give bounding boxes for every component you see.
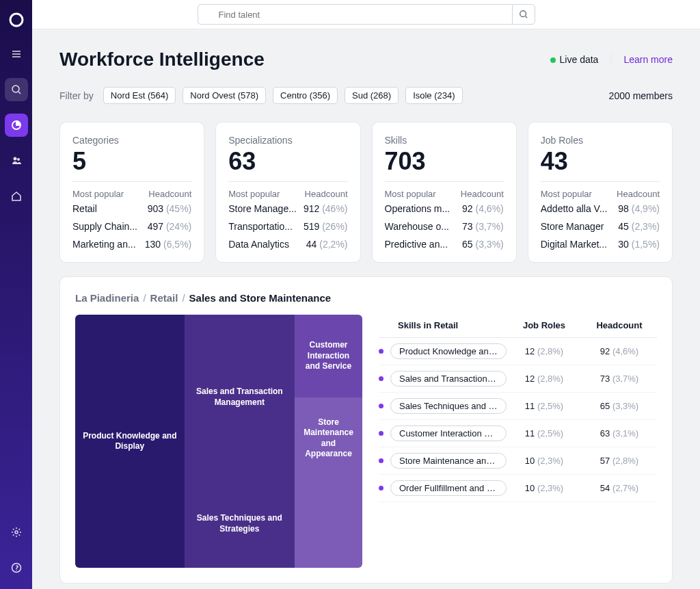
- card-item: Store Manager45 (2,3%): [541, 221, 660, 232]
- treemap-cell[interactable]: Sales Techniques and Strategies: [185, 480, 295, 568]
- card-job-roles: Job Roles 43 Most popularHeadcount Addet…: [528, 122, 673, 263]
- members-count: 2000 members: [609, 90, 673, 101]
- nav-analytics-icon[interactable]: [5, 114, 28, 137]
- svg-line-5: [18, 92, 21, 94]
- bullet-icon: [379, 458, 383, 463]
- nav-settings-icon[interactable]: [5, 521, 28, 544]
- col-header: Most popular: [72, 189, 124, 199]
- skill-chip[interactable]: Customer Interaction and...: [390, 426, 507, 441]
- col-header: Most popular: [228, 189, 280, 199]
- cell-headcount: 65 (3,3%): [582, 401, 657, 411]
- col-header: Job Roles: [507, 320, 582, 330]
- skill-chip[interactable]: Store Maintenance and A...: [390, 453, 507, 469]
- search-button[interactable]: [512, 4, 535, 25]
- cell-roles: 10 (2,3%): [507, 483, 582, 493]
- col-header: Headcount: [148, 189, 191, 199]
- skill-chip[interactable]: Sales and Transaction M...: [390, 371, 507, 387]
- card-title: Categories: [72, 135, 191, 146]
- card-count: 63: [228, 147, 347, 176]
- card-item: Retail903 (45%): [72, 203, 191, 214]
- card-item: Marketing an...130 (6,5%): [72, 239, 191, 250]
- search-input[interactable]: [198, 4, 512, 25]
- card-count: 703: [385, 147, 504, 176]
- skill-chip[interactable]: Order Fullfillment and Ret...: [390, 480, 507, 496]
- bullet-icon: [379, 486, 383, 490]
- filter-label: Filter by: [59, 90, 94, 101]
- card-item: Supply Chain...497 (24%): [72, 221, 191, 232]
- learn-more-link[interactable]: Learn more: [623, 54, 673, 65]
- table-row: Sales Techniques and Str... 11 (2,5%) 65…: [379, 393, 657, 420]
- nav-people-icon[interactable]: [5, 149, 28, 172]
- bullet-icon: [379, 431, 383, 436]
- table-row: Order Fullfillment and Ret... 10 (2,3%) …: [379, 475, 657, 502]
- cell-headcount: 54 (2,7%): [582, 483, 657, 493]
- card-item: Predictive an...65 (3,3%): [385, 239, 504, 250]
- card-skills: Skills 703 Most popularHeadcount Operati…: [372, 122, 517, 263]
- svg-point-4: [12, 86, 19, 92]
- treemap-cell[interactable]: Customer Interaction and Service: [295, 315, 362, 397]
- card-item: Addetto alla V...98 (4,9%): [541, 203, 660, 214]
- treemap-cell[interactable]: Store Maintenance and Appearance: [295, 397, 362, 480]
- cell-headcount: 73 (3,7%): [582, 374, 657, 384]
- nav-search-icon[interactable]: [5, 78, 28, 101]
- live-dot-icon: [550, 57, 556, 63]
- filter-chip[interactable]: Isole (234): [405, 87, 462, 104]
- breadcrumb: La Piadineria/Retail/Sales and Store Mai…: [75, 292, 657, 304]
- live-data-indicator: Live data: [550, 54, 599, 65]
- skill-chip[interactable]: Sales Techniques and Str...: [390, 398, 507, 414]
- treemap-cell[interactable]: Sales and Transaction Management: [185, 315, 295, 480]
- cell-headcount: 92 (4,6%): [582, 346, 657, 356]
- table-header: Skills in Retail Job Roles Headcount: [379, 315, 657, 338]
- filter-chip[interactable]: Centro (356): [273, 87, 338, 104]
- svg-line-12: [525, 16, 527, 18]
- topbar: [32, 0, 700, 29]
- table-row: Store Maintenance and A... 10 (2,3%) 57 …: [379, 447, 657, 475]
- breadcrumb-current: Sales and Store Maintenance: [189, 292, 332, 304]
- svg-point-0: [10, 14, 23, 26]
- skills-table: Skills in Retail Job Roles Headcount Pro…: [379, 315, 657, 568]
- col-header: Headcount: [617, 189, 660, 199]
- card-item: Data Analytics44 (2,2%): [228, 239, 347, 250]
- breadcrumb-item[interactable]: Retail: [150, 292, 178, 304]
- col-header: Most popular: [541, 189, 592, 199]
- card-item: Digital Market...30 (1,5%): [541, 239, 660, 250]
- cell-headcount: 57 (2,8%): [582, 456, 657, 466]
- col-header: Most popular: [385, 189, 436, 199]
- table-row: Customer Interaction and... 11 (2,5%) 63…: [379, 420, 657, 447]
- treemap-cell[interactable]: Product Knowledge and Display: [75, 315, 185, 568]
- app-logo: [6, 10, 27, 30]
- filter-chip[interactable]: Nord Est (564): [103, 87, 176, 104]
- cell-roles: 11 (2,5%): [507, 401, 582, 411]
- skill-chip[interactable]: Product Knowledge and...: [390, 343, 507, 359]
- table-row: Sales and Transaction M... 12 (2,8%) 73 …: [379, 365, 657, 393]
- svg-point-9: [15, 531, 18, 534]
- card-title: Specializations: [228, 135, 347, 146]
- cell-headcount: 63 (3,1%): [582, 428, 657, 439]
- treemap-cell[interactable]: [295, 480, 362, 568]
- card-count: 5: [72, 147, 191, 176]
- col-header: Headcount: [582, 320, 657, 330]
- divider: [610, 53, 611, 66]
- treemap-chart: Product Knowledge and Display Sales and …: [75, 315, 362, 568]
- card-item: Operations m...92 (4,6%): [385, 203, 504, 214]
- filter-row: Filter by Nord Est (564) Nord Ovest (578…: [59, 87, 673, 104]
- cell-roles: 12 (2,8%): [507, 374, 582, 384]
- nav-list-icon[interactable]: [5, 42, 28, 66]
- filter-chip[interactable]: Nord Ovest (578): [183, 87, 266, 104]
- card-count: 43: [541, 147, 660, 176]
- sidebar: [0, 0, 32, 589]
- nav-home-icon[interactable]: [5, 185, 28, 208]
- filter-chip[interactable]: Sud (268): [345, 87, 399, 104]
- svg-point-11: [520, 11, 526, 17]
- bullet-icon: [379, 349, 383, 354]
- cell-roles: 10 (2,3%): [507, 456, 582, 466]
- card-categories: Categories 5 Most popularHeadcount Retai…: [59, 122, 204, 263]
- svg-point-8: [17, 158, 20, 161]
- cell-roles: 12 (2,8%): [507, 346, 582, 356]
- card-item: Transportatio...519 (26%): [228, 221, 347, 232]
- table-row: Product Knowledge and... 12 (2,8%) 92 (4…: [379, 338, 657, 365]
- page-title: Workforce Intelligence: [59, 49, 265, 70]
- breadcrumb-item[interactable]: La Piadineria: [75, 292, 139, 304]
- nav-help-icon[interactable]: [5, 556, 28, 579]
- card-title: Job Roles: [541, 135, 660, 146]
